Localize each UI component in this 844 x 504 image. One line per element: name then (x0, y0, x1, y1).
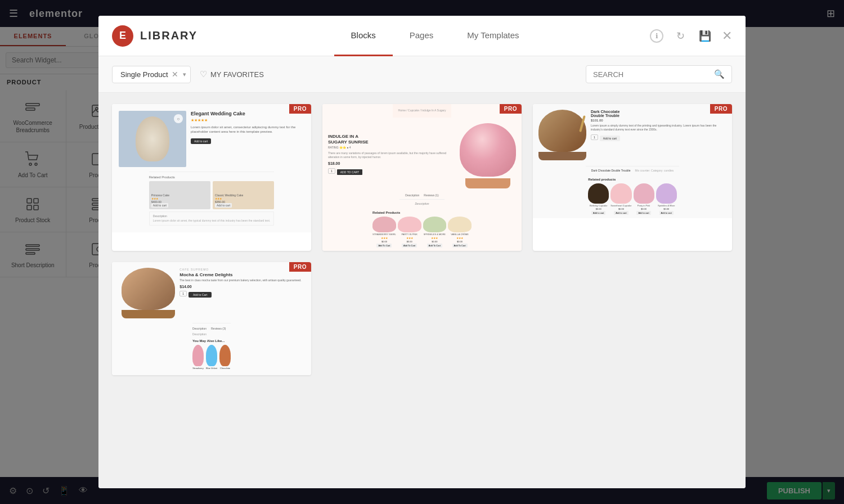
mocha-add-btn: Add to Cart (188, 292, 212, 298)
mocha-text: Cafe Supremo Mocha & Creme Delights The … (179, 268, 302, 318)
templates-grid: PRO ○ Elegant Wedding Cake ★★★★★ Lorem i… (112, 104, 732, 375)
mocha-desc-text: Description (192, 332, 231, 336)
wedding-circle-btn: ○ (174, 114, 183, 123)
modal-header-actions: ℹ ↻ 💾 ✕ (650, 28, 732, 44)
search-icon: 🔍 (714, 69, 725, 79)
sugary-related-row: STRAWBERRY SWIRL ★★★ $0.00 Add To Cart P… (372, 217, 472, 248)
save-icon[interactable]: 💾 (697, 28, 713, 44)
filter-clear-icon[interactable]: ✕ (172, 70, 178, 79)
template-preview-wedding: ○ Elegant Wedding Cake ★★★★★ Lorem ipsum… (112, 104, 311, 232)
modal-title: LIBRARY (140, 29, 197, 42)
choc-desc: Lorem ipsum a simply dummy text of the p… (591, 124, 726, 132)
choc-text: Dark ChocolateDouble Trouble $101.00 Lor… (591, 110, 726, 160)
template-card-mocha[interactable]: PRO Cafe Supremo Mocha & Creme Delights (112, 262, 311, 375)
search-bar: 🔍 (586, 65, 732, 83)
sugary-tab-description: Description (405, 194, 419, 197)
filter-select[interactable]: Single Product (112, 66, 191, 83)
modal-tabs: Blocks Pages My Templates (220, 16, 650, 56)
modal-content: PRO ○ Elegant Wedding Cake ★★★★★ Lorem i… (98, 93, 746, 488)
template-preview-mocha: Cafe Supremo Mocha & Creme Delights The … (112, 262, 311, 375)
wedding-add-btn: Add to cart (191, 138, 211, 144)
choc-related-title: Related products (588, 178, 677, 181)
wedding-info: Elegant Wedding Cake ★★★★★ Lorem ipsum d… (191, 111, 304, 167)
search-input[interactable] (593, 70, 714, 79)
sugary-text: INDULGE IN ASUGARY SUNRISE RATING ⭐⭐ ● 4… (328, 134, 455, 175)
sugary-tabs: Description Reviews (1) (399, 191, 444, 200)
wedding-desc: Lorem ipsum dolor sit amet, consectetur … (191, 125, 304, 134)
modal-logo: E (112, 25, 133, 47)
wedding-title: Elegant Wedding Cake (191, 111, 304, 116)
modal-header: E LIBRARY Blocks Pages My Templates ℹ ↻ … (98, 16, 746, 56)
tab-my-templates[interactable]: My Templates (450, 16, 536, 56)
editor-background: ☰ elementor ⊞ ELEMENTS GLOBAL PRODUCT Wo… (0, 0, 844, 504)
sugary-related-title: Related Products (372, 211, 472, 214)
choc-related-row: Birthday Cupcake $0.00 Add to cart Sweet… (588, 183, 677, 215)
library-modal: E LIBRARY Blocks Pages My Templates ℹ ↻ … (98, 16, 746, 488)
wedding-related-grid: Princess Cake★★★$400.00Add to cart Class… (149, 181, 274, 209)
sugary-tab-reviews: Reviews (1) (424, 194, 438, 197)
sugary-related-section: Related Products STRAWBERRY SWIRL ★★★ $0… (367, 208, 477, 251)
pro-badge-sugary: PRO (500, 104, 522, 114)
template-card-wedding[interactable]: PRO ○ Elegant Wedding Cake ★★★★★ Lorem i… (112, 104, 311, 251)
template-preview-chocolate: Dark ChocolateDouble Trouble $101.00 Lor… (533, 104, 732, 218)
choc-hero: Dark ChocolateDouble Trouble $101.00 Lor… (533, 104, 732, 166)
mocha-bottom: Description Reviews (3) Description You … (192, 323, 231, 370)
info-icon[interactable]: ℹ (650, 29, 663, 43)
mocha-related-title: You May Also Like... (192, 339, 231, 343)
choc-title: Dark ChocolateDouble Trouble (591, 110, 726, 118)
tab-pages[interactable]: Pages (393, 16, 451, 56)
mocha-tab-description: Description (192, 327, 206, 330)
mocha-desc: The best in class mocha taste from our p… (179, 278, 302, 282)
mocha-related-row: Strawberry Blue Velvet Chocolate (192, 345, 231, 370)
wedding-related-title: Related Products (149, 176, 274, 179)
modal-overlay: E LIBRARY Blocks Pages My Templates ℹ ↻ … (0, 0, 844, 504)
template-card-chocolate[interactable]: PRO Dark ChocolateDouble (533, 104, 732, 251)
mocha-tabs-row: Description Reviews (3) (192, 327, 231, 330)
choc-related: Related products Birthday Cupcake $0.00 … (582, 174, 683, 218)
sugary-sub: RATING ⭐⭐ ● 4 (328, 146, 455, 149)
modal-toolbar: Single Product ✕ ▾ ♡ MY FAVORITES 🔍 (98, 56, 746, 93)
tab-blocks[interactable]: Blocks (334, 16, 393, 56)
choc-price: $101.00 (591, 119, 726, 122)
favorites-button[interactable]: ♡ MY FAVORITES (200, 69, 264, 79)
template-preview-sugary: Home / Cupcake / Indulge In A Sugary IND… (322, 104, 522, 251)
favorites-label: MY FAVORITES (210, 70, 264, 79)
wedding-related: Related Products Princess Cake★★★$400.00… (149, 172, 274, 226)
pro-badge-mocha: PRO (289, 262, 311, 272)
refresh-icon[interactable]: ↻ (672, 28, 688, 44)
mocha-title: Mocha & Creme Delights (179, 272, 302, 277)
sugary-price: $18.00 (328, 161, 455, 165)
filter-select-container: Single Product ✕ ▾ (112, 66, 191, 83)
sugary-add-btn: ADD TO CART (337, 169, 363, 175)
mocha-tab-reviews: Reviews (3) (211, 327, 226, 330)
template-card-sugary[interactable]: PRO Home / Cupcake / Indulge In A Sugary… (322, 104, 522, 251)
sugary-heading: INDULGE IN ASUGARY SUNRISE (328, 134, 455, 145)
wedding-stars: ★★★★★ (191, 118, 304, 123)
mocha-top: Cafe Supremo Mocha & Creme Delights The … (122, 268, 302, 318)
pro-badge: PRO (289, 104, 311, 114)
wedding-cake-image: ○ (119, 111, 186, 167)
mocha-brand: Cafe Supremo (179, 268, 302, 271)
pro-badge-chocolate: PRO (710, 104, 732, 114)
mocha-price: $14.00 (179, 285, 302, 289)
choc-add-btn: Add to cart (600, 136, 620, 141)
close-icon[interactable]: ✕ (722, 30, 732, 42)
sugary-hero: INDULGE IN ASUGARY SUNRISE RATING ⭐⭐ ● 4… (322, 118, 522, 191)
heart-icon: ♡ (200, 69, 207, 79)
